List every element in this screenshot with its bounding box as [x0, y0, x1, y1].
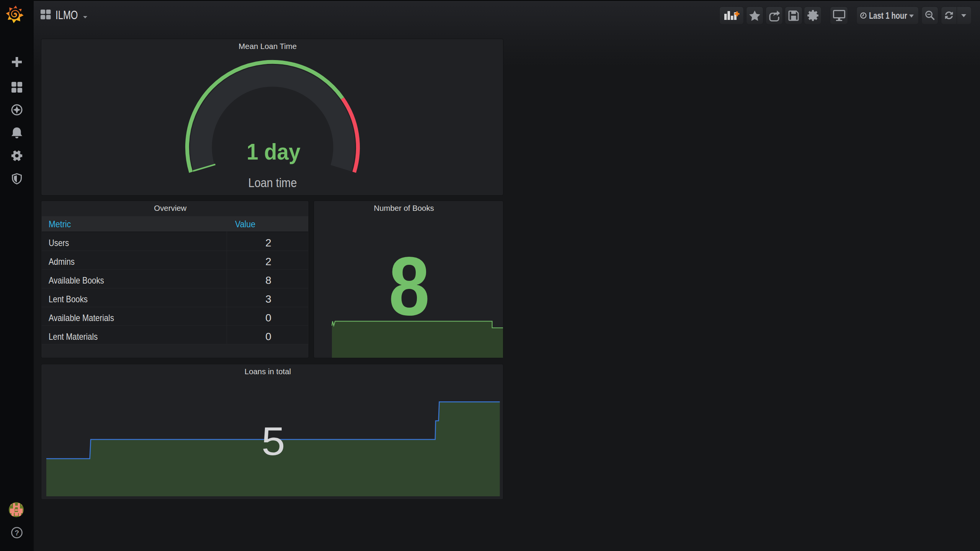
- svg-text:5: 5: [261, 419, 285, 464]
- svg-text:1 day: 1 day: [247, 139, 301, 165]
- svg-text:Loan time: Loan time: [248, 175, 297, 190]
- svg-text:?: ?: [15, 529, 19, 537]
- svg-text:8: 8: [389, 240, 430, 332]
